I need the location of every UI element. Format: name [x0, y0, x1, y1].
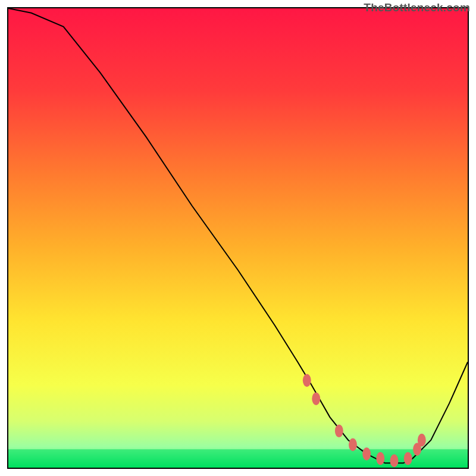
sweet-spot-marker [390, 455, 399, 468]
watermark-label: TheBottleneck.com [364, 1, 470, 14]
sweet-spot-marker [349, 439, 357, 452]
optimal-band [8, 449, 468, 468]
sweet-spot-marker [418, 434, 426, 447]
sweet-spot-marker [312, 392, 320, 405]
chart-canvas: TheBottleneck.com [0, 0, 476, 476]
chart-svg [8, 8, 468, 468]
sweet-spot-marker [404, 452, 412, 465]
sweet-spot-marker [303, 374, 311, 387]
sweet-spot-marker [335, 424, 343, 437]
heatmap-background [8, 8, 468, 468]
sweet-spot-marker [376, 452, 384, 465]
plot-area [7, 7, 469, 469]
sweet-spot-marker [362, 447, 371, 461]
